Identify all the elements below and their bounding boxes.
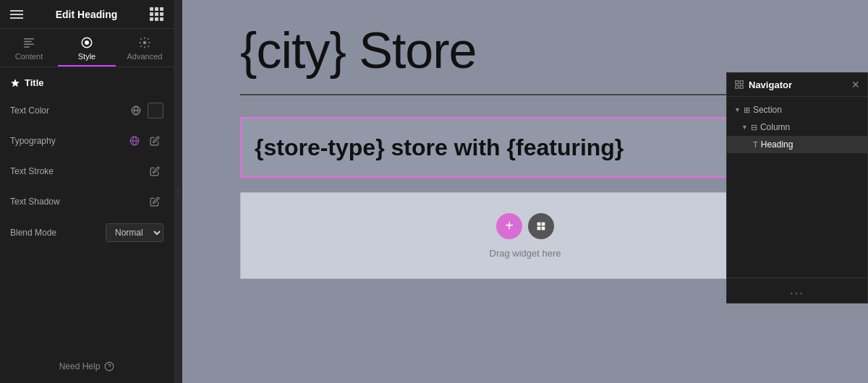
typography-label: Typography — [10, 136, 126, 146]
tab-content[interactable]: Content — [0, 29, 58, 66]
nav-item-heading[interactable]: T Heading — [727, 136, 867, 153]
navigator-header-left: Navigator — [734, 79, 792, 90]
svg-rect-3 — [24, 46, 30, 48]
text-color-label: Text Color — [10, 106, 127, 116]
svg-rect-17 — [542, 222, 545, 225]
need-help[interactable]: Need Help — [0, 350, 174, 383]
section-icon: ⊞ — [744, 106, 750, 115]
svg-point-5 — [85, 40, 89, 45]
navigator-panel: Navigator ✕ ▼ ⊞ Section ▼ ⊟ Column T Hea… — [726, 72, 868, 304]
column-icon: ⊟ — [751, 123, 757, 132]
svg-rect-20 — [736, 81, 739, 84]
svg-rect-2 — [24, 44, 34, 46]
menu-icon[interactable] — [10, 10, 23, 19]
text-shadow-row: Text Shadow — [0, 186, 174, 217]
text-shadow-label: Text Shadow — [10, 197, 146, 207]
left-panel: Edit Heading Content Style Advanced Titl… — [0, 0, 174, 383]
blend-mode-row: Blend Mode Normal Multiply Screen Overla… — [0, 217, 174, 249]
blend-mode-select[interactable]: Normal Multiply Screen Overlay — [106, 223, 163, 242]
canvas-divider — [240, 94, 810, 95]
resize-handle[interactable]: ⋮ — [174, 0, 182, 383]
nav-column-label: Column — [760, 122, 790, 132]
drag-label: Drag widget here — [490, 248, 561, 259]
add-widget-button[interactable]: + — [496, 213, 522, 239]
blend-mode-controls: Normal Multiply Screen Overlay — [106, 223, 163, 242]
heading-icon: T — [753, 140, 758, 149]
svg-rect-21 — [740, 81, 743, 84]
navigator-header: Navigator ✕ — [727, 73, 867, 97]
text-color-row: Text Color — [0, 95, 174, 126]
selected-heading-widget[interactable]: {store-type} store with {featuring} — [240, 117, 810, 178]
text-color-swatch[interactable] — [148, 103, 163, 119]
panel-title: Edit Heading — [56, 9, 118, 20]
text-stroke-label: Text Stroke — [10, 166, 146, 176]
typography-globe-btn[interactable] — [126, 132, 143, 150]
panel-header: Edit Heading — [0, 0, 174, 29]
svg-point-6 — [143, 41, 147, 45]
more-options-button[interactable] — [528, 213, 554, 239]
tab-advanced[interactable]: Advanced — [116, 29, 174, 66]
nav-heading-label: Heading — [761, 139, 793, 150]
svg-rect-16 — [537, 222, 541, 225]
navigator-tree: ▼ ⊞ Section ▼ ⊟ Column T Heading — [727, 97, 867, 158]
tab-style-label: Style — [78, 52, 95, 61]
typography-edit-btn[interactable] — [146, 132, 163, 150]
text-stroke-controls — [146, 163, 163, 180]
svg-rect-0 — [24, 38, 34, 40]
tab-style[interactable]: Style — [58, 29, 116, 66]
drag-zone-buttons: + — [496, 213, 554, 239]
text-stroke-edit-btn[interactable] — [146, 163, 163, 180]
blend-mode-label: Blend Mode — [10, 228, 106, 238]
drag-zone: + Drag widget here — [240, 192, 810, 279]
svg-marker-7 — [11, 79, 20, 87]
section-title: Title — [0, 67, 174, 95]
svg-rect-19 — [542, 226, 545, 230]
text-shadow-controls — [146, 193, 163, 210]
section-chevron: ▼ — [734, 106, 741, 113]
text-color-globe-btn[interactable] — [127, 102, 145, 119]
panel-tabs: Content Style Advanced — [0, 29, 174, 67]
navigator-close-btn[interactable]: ✕ — [851, 79, 860, 90]
navigator-more-btn[interactable]: ... — [790, 284, 804, 297]
grid-icon[interactable] — [150, 7, 163, 21]
navigator-footer: ... — [727, 277, 867, 303]
navigator-title: Navigator — [749, 79, 792, 90]
nav-item-column[interactable]: ▼ ⊟ Column — [727, 119, 867, 136]
text-stroke-row: Text Stroke — [0, 156, 174, 186]
typography-row: Typography — [0, 126, 174, 156]
column-chevron: ▼ — [741, 124, 748, 131]
text-color-controls — [127, 102, 163, 119]
text-shadow-edit-btn[interactable] — [146, 193, 163, 210]
typography-controls — [126, 132, 163, 150]
canvas-main-heading: {city} Store — [182, 0, 868, 79]
svg-rect-18 — [537, 226, 541, 230]
nav-item-section[interactable]: ▼ ⊞ Section — [727, 101, 867, 119]
svg-rect-1 — [24, 41, 32, 43]
nav-section-label: Section — [753, 105, 782, 115]
main-canvas: {city} Store {store-type} store with {fe… — [182, 0, 868, 383]
tab-advanced-label: Advanced — [127, 52, 163, 61]
svg-rect-23 — [736, 85, 739, 88]
svg-rect-22 — [740, 85, 743, 88]
tab-content-label: Content — [15, 52, 43, 61]
selected-widget-text: {store-type} store with {featuring} — [255, 133, 796, 162]
